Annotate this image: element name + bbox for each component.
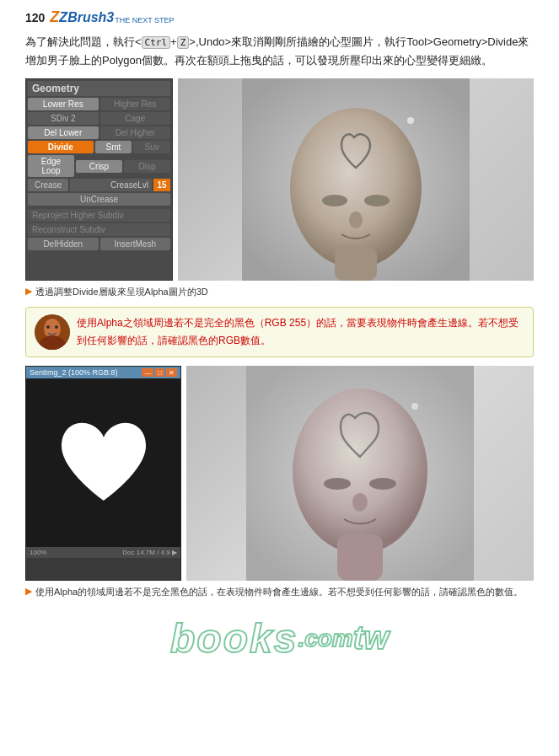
btn-reconstruct: Reconstruct Subdiv — [28, 223, 170, 236]
btn-lower-res[interactable]: Lower Res — [28, 98, 99, 110]
watermark: b o o k s .com tw — [25, 607, 534, 666]
geo-title: Geometry — [28, 81, 170, 96]
titlebar-maximize[interactable]: □ — [155, 368, 164, 377]
svg-point-3 — [322, 195, 347, 206]
btn-suv[interactable]: Suv — [133, 141, 170, 153]
btn-reproject: Reproject Higher Subdiv — [28, 209, 170, 222]
caption-arrow-icon: ▶ — [25, 286, 32, 297]
btn-edge-loop[interactable]: Edge Loop — [28, 155, 74, 177]
svg-point-1 — [290, 108, 422, 268]
wm-b: b — [170, 615, 196, 662]
geometry-panel: Geometry Lower Res Higher Res SDiv 2 Cag… — [25, 78, 173, 281]
page: 120 Z ZBrush3 THE NEXT STEP 為了解決此問題，執行<C… — [0, 0, 559, 674]
crease-value: 15 — [153, 179, 170, 191]
crease-lvl-label: CreaseLvl — [70, 179, 152, 191]
svg-point-10 — [46, 325, 50, 329]
logo-z-icon: Z — [50, 8, 59, 26]
btn-higher-res[interactable]: Higher Res — [100, 98, 171, 110]
page-number: 120 — [25, 11, 45, 24]
titlebar-minimize[interactable]: — — [142, 368, 153, 377]
geo-row-2: SDiv 2 Cage — [28, 112, 170, 125]
geo-row-5: Edge Loop Crisp Disp — [28, 155, 170, 177]
head-svg-1 — [178, 78, 534, 281]
svg-rect-15 — [337, 534, 383, 581]
kbd-z: Z — [177, 36, 190, 49]
titlebar-buttons: — □ ✕ — [142, 368, 177, 377]
tip-box: 使用Alpha之領域周邊若不是完全的黑色（RGB 255）的話，當要表現物件時會… — [25, 307, 534, 357]
svg-point-19 — [411, 403, 418, 410]
btn-del-lower[interactable]: Del Lower — [28, 126, 99, 139]
app-canvas — [26, 378, 180, 547]
wm-com: .com — [298, 625, 352, 652]
logo-area: Z ZBrush3 THE NEXT STEP — [50, 8, 174, 26]
app-title: SentImg_2 (100% RGB:8) — [30, 368, 118, 377]
btn-insert-mesh[interactable]: InsertMesh — [100, 238, 171, 250]
logo-sub: THE NEXT STEP — [115, 16, 174, 24]
geo-crease-row: Crease CreaseLvl 15 — [28, 179, 170, 191]
btn-crisp[interactable]: Crisp — [76, 160, 122, 173]
status-right: Doc 14.7M / 4.9 ▶ — [122, 549, 177, 556]
body-text: 為了解決此問題，執行<Ctrl+Z>,Undo>來取消剛剛所描繪的心型圖片，執行… — [25, 33, 534, 70]
heart-canvas-svg — [45, 395, 163, 530]
btn-cage[interactable]: Cage — [100, 112, 171, 125]
head-svg-2 — [186, 366, 534, 581]
caption-2: ▶ 使用Alpha的領域周邊若不是完全黑色的話，在表現物件時會產生邊線。若不想受… — [25, 586, 534, 598]
btn-sdiv[interactable]: SDiv 2 — [28, 112, 99, 125]
tip-avatar — [35, 314, 70, 350]
status-left: 100% — [30, 549, 46, 556]
content-block-2: SentImg_2 (100% RGB:8) — □ ✕ 100% Doc 14… — [25, 366, 534, 581]
logo-text: ZBrush3 — [59, 10, 114, 25]
btn-divide[interactable]: Divide — [28, 141, 94, 153]
geo-row-4: Divide Smt Suv — [28, 141, 170, 153]
btn-uncrease[interactable]: UnCrease — [28, 193, 170, 206]
geo-uncrease-row: UnCrease — [28, 193, 170, 207]
wm-tw: tw — [353, 620, 389, 657]
btn-del-higher[interactable]: Del Higher — [100, 126, 171, 139]
geo-row-3: Del Lower Del Higher — [28, 126, 170, 139]
wm-s: s — [274, 615, 298, 662]
svg-point-11 — [55, 325, 58, 329]
tip-text-content: 使用Alpha之領域周邊若不是完全的黑色（RGB 255）的話，當要表現物件時會… — [77, 314, 524, 349]
caption-1: ▶ 透過調整Divide層級來呈現Alpha圖片的3D — [25, 286, 534, 298]
page-header: 120 Z ZBrush3 THE NEXT STEP — [25, 8, 534, 26]
geo-bottom-row: DelHidden InsertMesh — [28, 238, 170, 250]
svg-point-6 — [407, 117, 414, 124]
wm-k: k — [250, 615, 274, 662]
caption-2-arrow-icon: ▶ — [25, 586, 32, 597]
wm-o2: o — [223, 615, 250, 662]
caption-1-text: 透過調整Divide層級來呈現Alpha圖片的3D — [35, 286, 208, 298]
titlebar-close[interactable]: ✕ — [166, 368, 177, 377]
svg-rect-2 — [335, 247, 377, 281]
wm-o1: o — [196, 615, 223, 662]
btn-disp[interactable]: Disp — [124, 160, 170, 173]
content-block-1: Geometry Lower Res Higher Res SDiv 2 Cag… — [25, 78, 534, 281]
app-titlebar: SentImg_2 (100% RGB:8) — □ ✕ — [26, 367, 180, 378]
app-window: SentImg_2 (100% RGB:8) — □ ✕ 100% Doc 14… — [25, 366, 181, 581]
head-image-1 — [178, 78, 534, 281]
svg-point-17 — [369, 478, 396, 490]
svg-point-16 — [324, 478, 351, 490]
btn-smt[interactable]: Smt — [95, 141, 132, 153]
btn-del-hidden[interactable]: DelHidden — [28, 238, 99, 250]
geo-row-1: Lower Res Higher Res — [28, 98, 170, 110]
btn-crease[interactable]: Crease — [28, 179, 68, 191]
app-statusbar: 100% Doc 14.7M / 4.9 ▶ — [26, 547, 180, 558]
kbd-ctrl: Ctrl — [142, 36, 171, 49]
head-image-2 — [186, 366, 534, 581]
svg-point-18 — [352, 493, 368, 512]
caption-2-text: 使用Alpha的領域周邊若不是完全黑色的話，在表現物件時會產生邊線。若不想受到任… — [35, 586, 523, 598]
svg-point-4 — [364, 195, 390, 206]
svg-point-5 — [349, 212, 363, 228]
